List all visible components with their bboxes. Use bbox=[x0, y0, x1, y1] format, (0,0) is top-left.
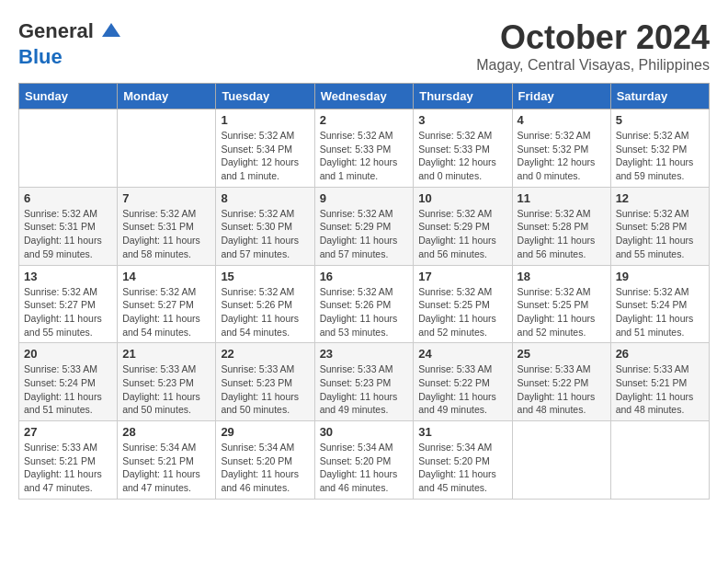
calendar-cell: 11Sunrise: 5:32 AM Sunset: 5:28 PM Dayli… bbox=[512, 187, 610, 265]
calendar-cell: 27Sunrise: 5:33 AM Sunset: 5:21 PM Dayli… bbox=[19, 421, 118, 500]
day-info: Sunrise: 5:33 AM Sunset: 5:21 PM Dayligh… bbox=[616, 362, 704, 417]
calendar-week-row: 13Sunrise: 5:32 AM Sunset: 5:27 PM Dayli… bbox=[19, 265, 710, 343]
location-title: Magay, Central Visayas, Philippines bbox=[476, 57, 710, 74]
calendar-cell: 29Sunrise: 5:34 AM Sunset: 5:20 PM Dayli… bbox=[216, 421, 314, 500]
day-number: 17 bbox=[418, 270, 506, 283]
calendar-cell: 24Sunrise: 5:33 AM Sunset: 5:22 PM Dayli… bbox=[414, 343, 512, 421]
day-info: Sunrise: 5:32 AM Sunset: 5:27 PM Dayligh… bbox=[122, 285, 210, 339]
day-number: 30 bbox=[320, 425, 409, 439]
calendar-table: SundayMondayTuesdayWednesdayThursdayFrid… bbox=[18, 83, 710, 500]
day-number: 16 bbox=[320, 270, 409, 283]
day-number: 29 bbox=[221, 425, 309, 439]
calendar-cell bbox=[19, 109, 118, 188]
calendar-week-row: 27Sunrise: 5:33 AM Sunset: 5:21 PM Dayli… bbox=[19, 421, 710, 500]
day-number: 12 bbox=[616, 191, 704, 205]
day-info: Sunrise: 5:33 AM Sunset: 5:23 PM Dayligh… bbox=[122, 362, 210, 417]
day-number: 24 bbox=[418, 347, 506, 361]
page-header: General Blue October 2024 Magay, Central… bbox=[18, 18, 710, 74]
calendar-cell: 16Sunrise: 5:32 AM Sunset: 5:26 PM Dayli… bbox=[314, 265, 414, 343]
day-info: Sunrise: 5:32 AM Sunset: 5:27 PM Dayligh… bbox=[24, 285, 112, 339]
calendar-cell: 31Sunrise: 5:34 AM Sunset: 5:20 PM Dayli… bbox=[414, 421, 512, 500]
day-number: 25 bbox=[518, 347, 606, 361]
day-info: Sunrise: 5:32 AM Sunset: 5:29 PM Dayligh… bbox=[418, 207, 506, 261]
svg-marker-0 bbox=[102, 23, 120, 37]
day-info: Sunrise: 5:33 AM Sunset: 5:21 PM Dayligh… bbox=[24, 441, 112, 495]
calendar-cell: 25Sunrise: 5:33 AM Sunset: 5:22 PM Dayli… bbox=[512, 343, 610, 421]
day-info: Sunrise: 5:32 AM Sunset: 5:29 PM Dayligh… bbox=[320, 207, 409, 261]
day-number: 31 bbox=[418, 425, 506, 439]
day-number: 6 bbox=[24, 191, 112, 205]
month-title: October 2024 bbox=[476, 18, 710, 57]
weekday-header: Sunday bbox=[19, 84, 118, 109]
day-number: 14 bbox=[122, 270, 210, 283]
calendar-week-row: 6Sunrise: 5:32 AM Sunset: 5:31 PM Daylig… bbox=[19, 187, 710, 265]
calendar-cell: 15Sunrise: 5:32 AM Sunset: 5:26 PM Dayli… bbox=[216, 265, 314, 343]
day-number: 8 bbox=[221, 191, 309, 205]
calendar-cell: 19Sunrise: 5:32 AM Sunset: 5:24 PM Dayli… bbox=[610, 265, 709, 343]
calendar-body: 1Sunrise: 5:32 AM Sunset: 5:34 PM Daylig… bbox=[19, 109, 710, 500]
calendar-cell: 1Sunrise: 5:32 AM Sunset: 5:34 PM Daylig… bbox=[216, 109, 314, 188]
calendar-cell: 7Sunrise: 5:32 AM Sunset: 5:31 PM Daylig… bbox=[118, 187, 216, 265]
calendar-cell bbox=[512, 421, 610, 500]
day-number: 20 bbox=[24, 347, 112, 361]
day-number: 3 bbox=[418, 113, 506, 127]
day-number: 15 bbox=[221, 270, 309, 283]
calendar-cell: 23Sunrise: 5:33 AM Sunset: 5:23 PM Dayli… bbox=[314, 343, 414, 421]
day-info: Sunrise: 5:32 AM Sunset: 5:34 PM Dayligh… bbox=[221, 129, 309, 183]
day-number: 18 bbox=[518, 270, 606, 283]
day-info: Sunrise: 5:32 AM Sunset: 5:31 PM Dayligh… bbox=[122, 207, 210, 261]
day-info: Sunrise: 5:32 AM Sunset: 5:33 PM Dayligh… bbox=[418, 129, 506, 183]
calendar-cell: 3Sunrise: 5:32 AM Sunset: 5:33 PM Daylig… bbox=[414, 109, 512, 188]
day-number: 4 bbox=[518, 113, 606, 127]
day-number: 27 bbox=[24, 425, 112, 439]
weekday-header: Monday bbox=[118, 84, 216, 109]
day-info: Sunrise: 5:32 AM Sunset: 5:33 PM Dayligh… bbox=[320, 129, 409, 183]
day-number: 28 bbox=[122, 425, 210, 439]
day-number: 19 bbox=[616, 270, 704, 283]
day-info: Sunrise: 5:33 AM Sunset: 5:22 PM Dayligh… bbox=[518, 362, 606, 417]
day-number: 9 bbox=[320, 191, 409, 205]
day-number: 22 bbox=[221, 347, 309, 361]
day-number: 10 bbox=[418, 191, 506, 205]
day-number: 11 bbox=[518, 191, 606, 205]
calendar-cell: 10Sunrise: 5:32 AM Sunset: 5:29 PM Dayli… bbox=[414, 187, 512, 265]
calendar-header-row: SundayMondayTuesdayWednesdayThursdayFrid… bbox=[19, 84, 710, 109]
day-info: Sunrise: 5:32 AM Sunset: 5:26 PM Dayligh… bbox=[221, 285, 309, 339]
day-number: 13 bbox=[24, 270, 112, 283]
day-info: Sunrise: 5:32 AM Sunset: 5:25 PM Dayligh… bbox=[418, 285, 506, 339]
weekday-header: Saturday bbox=[610, 84, 709, 109]
day-number: 7 bbox=[122, 191, 210, 205]
day-info: Sunrise: 5:32 AM Sunset: 5:25 PM Dayligh… bbox=[518, 285, 606, 339]
logo: General Blue bbox=[18, 18, 125, 68]
day-number: 23 bbox=[320, 347, 409, 361]
day-info: Sunrise: 5:33 AM Sunset: 5:22 PM Dayligh… bbox=[418, 362, 506, 417]
title-block: October 2024 Magay, Central Visayas, Phi… bbox=[476, 18, 710, 74]
day-info: Sunrise: 5:32 AM Sunset: 5:26 PM Dayligh… bbox=[320, 285, 409, 339]
calendar-cell: 4Sunrise: 5:32 AM Sunset: 5:32 PM Daylig… bbox=[512, 109, 610, 188]
calendar-cell: 6Sunrise: 5:32 AM Sunset: 5:31 PM Daylig… bbox=[19, 187, 118, 265]
day-number: 26 bbox=[616, 347, 704, 361]
calendar-cell: 20Sunrise: 5:33 AM Sunset: 5:24 PM Dayli… bbox=[19, 343, 118, 421]
calendar-cell: 30Sunrise: 5:34 AM Sunset: 5:20 PM Dayli… bbox=[314, 421, 414, 500]
calendar-cell: 22Sunrise: 5:33 AM Sunset: 5:23 PM Dayli… bbox=[216, 343, 314, 421]
day-number: 2 bbox=[320, 113, 409, 127]
weekday-header: Wednesday bbox=[314, 84, 414, 109]
calendar-week-row: 20Sunrise: 5:33 AM Sunset: 5:24 PM Dayli… bbox=[19, 343, 710, 421]
calendar-cell: 14Sunrise: 5:32 AM Sunset: 5:27 PM Dayli… bbox=[118, 265, 216, 343]
day-info: Sunrise: 5:33 AM Sunset: 5:23 PM Dayligh… bbox=[320, 362, 409, 417]
calendar-cell: 26Sunrise: 5:33 AM Sunset: 5:21 PM Dayli… bbox=[610, 343, 709, 421]
calendar-cell: 2Sunrise: 5:32 AM Sunset: 5:33 PM Daylig… bbox=[314, 109, 414, 188]
day-info: Sunrise: 5:34 AM Sunset: 5:20 PM Dayligh… bbox=[418, 441, 506, 495]
weekday-header: Thursday bbox=[414, 84, 512, 109]
calendar-cell: 9Sunrise: 5:32 AM Sunset: 5:29 PM Daylig… bbox=[314, 187, 414, 265]
calendar-cell bbox=[610, 421, 709, 500]
day-info: Sunrise: 5:33 AM Sunset: 5:24 PM Dayligh… bbox=[24, 362, 112, 417]
calendar-cell: 13Sunrise: 5:32 AM Sunset: 5:27 PM Dayli… bbox=[19, 265, 118, 343]
calendar-cell bbox=[118, 109, 216, 188]
logo-blue: Blue bbox=[18, 46, 125, 68]
logo-general: General bbox=[18, 19, 94, 42]
calendar-cell: 17Sunrise: 5:32 AM Sunset: 5:25 PM Dayli… bbox=[414, 265, 512, 343]
day-info: Sunrise: 5:32 AM Sunset: 5:30 PM Dayligh… bbox=[221, 207, 309, 261]
day-info: Sunrise: 5:34 AM Sunset: 5:21 PM Dayligh… bbox=[122, 441, 210, 495]
calendar-cell: 18Sunrise: 5:32 AM Sunset: 5:25 PM Dayli… bbox=[512, 265, 610, 343]
